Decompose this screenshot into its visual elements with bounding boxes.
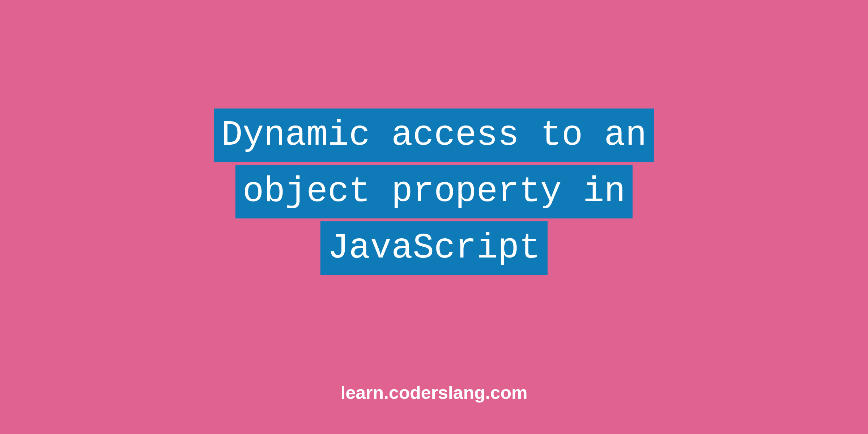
title-line-3: JavaScript xyxy=(320,221,548,275)
title-line-2: object property in xyxy=(235,165,633,218)
footer-url: learn.coderslang.com xyxy=(341,383,528,403)
title-line-1: Dynamic access to an xyxy=(214,109,654,162)
footer: learn.coderslang.com xyxy=(0,382,868,403)
page-title: Dynamic access to an object property in … xyxy=(214,107,654,277)
